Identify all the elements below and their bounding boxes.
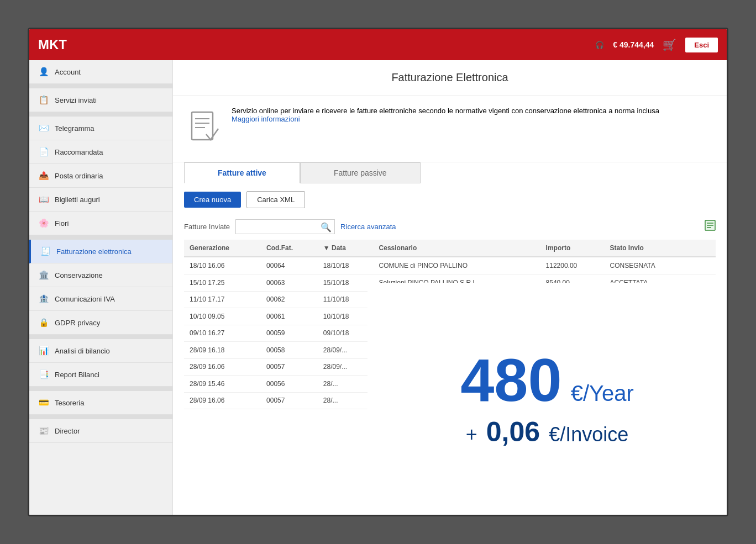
cell-cod: 00062 [261, 291, 318, 308]
col-stato: Stato Invio [604, 240, 716, 257]
cell-data: 28/09/... [318, 358, 374, 376]
comunicazioni-icon: 🏦 [38, 294, 49, 304]
sidebar-item-biglietti-auguri[interactable]: 📖 Biglietti auguri [29, 188, 172, 212]
service-info: Servizio online per inviare e ricevere l… [173, 96, 727, 162]
cell-cod: 00056 [261, 376, 318, 393]
main-layout: 👤 Account 📋 Servizi inviati ✉️ Telegramm… [29, 60, 727, 515]
conservazione-icon: 🏛️ [38, 270, 49, 280]
sidebar-label-tesoreria: Tesoreria [55, 399, 84, 407]
service-description: Servizio online per inviare e ricevere l… [232, 107, 659, 123]
pricing-per-invoice: €/Invoice [549, 423, 628, 446]
balance: € 49.744,44 [613, 40, 654, 49]
cell-generazione: 28/09 16.06 [184, 392, 261, 409]
sidebar-item-raccomandata[interactable]: 📄 Raccomandata [29, 140, 172, 164]
svg-rect-0 [192, 112, 213, 140]
sidebar-item-servizi-inviati[interactable]: 📋 Servizi inviati [29, 88, 172, 112]
sidebar-item-fiori[interactable]: 🌸 Fiori [29, 212, 172, 235]
cell-data: 09/10/18 [318, 325, 374, 342]
sidebar-item-tesoreria[interactable]: 💳 Tesoreria [29, 391, 172, 415]
cell-data: 28/09/... [318, 342, 374, 359]
header: MKT 🎧 € 49.744,44 🛒 Esci [29, 29, 727, 60]
sidebar-label-raccomandata: Raccomandata [55, 148, 103, 156]
cell-data: 28/... [318, 392, 374, 409]
sidebar-label-telegramma: Telegramma [55, 124, 95, 133]
cell-generazione: 11/10 17.17 [184, 291, 261, 308]
cell-cod: 00064 [261, 257, 318, 274]
sidebar-label-report: Report Bilanci [55, 371, 99, 379]
raccomandata-icon: 📄 [38, 147, 49, 157]
search-button[interactable]: 🔍 [321, 221, 332, 232]
table-header: Generazione Cod.Fat. ▼ Data Cessionario … [184, 240, 716, 257]
invoice-service-icon [190, 111, 221, 151]
col-data: ▼ Data [318, 240, 374, 257]
pricing-per-invoice-amount: 0,06 [486, 416, 540, 448]
director-icon: 📰 [38, 426, 49, 436]
advanced-search-link[interactable]: Ricerca avanzata [340, 223, 396, 231]
sidebar-label-posta: Posta ordinaria [55, 172, 103, 180]
carica-xml-button[interactable]: Carica XML [246, 191, 305, 208]
tab-fatture-attive[interactable]: Fatture attive [184, 162, 300, 183]
tab-fatture-passive[interactable]: Fatture passive [300, 162, 421, 183]
content-area: Fatturazione Elettronica Servizio online… [173, 60, 727, 515]
cell-cod: 00063 [261, 274, 318, 292]
tabs-bar: Fatture attive Fatture passive [184, 162, 716, 183]
account-icon: 👤 [38, 67, 49, 77]
report-icon: 📑 [38, 369, 49, 379]
crea-nuova-button[interactable]: Crea nuova [184, 192, 241, 208]
search-bar: Fatture Inviate 🔍 Ricerca avanzata [173, 216, 727, 240]
search-input-wrap: 🔍 [235, 219, 335, 234]
cell-data: 11/10/18 [318, 291, 374, 308]
search-input[interactable] [235, 219, 335, 234]
pricing-amount: 480 [460, 350, 562, 410]
sidebar-item-director[interactable]: 📰 Director [29, 419, 172, 443]
sidebar-item-posta-ordinaria[interactable]: 📤 Posta ordinaria [29, 164, 172, 188]
sidebar: 👤 Account 📋 Servizi inviati ✉️ Telegramm… [29, 60, 173, 515]
cell-generazione: 18/10 16.06 [184, 257, 261, 274]
biglietti-icon: 📖 [38, 194, 49, 204]
servizi-icon: 📋 [38, 95, 49, 105]
cell-data: 15/10/18 [318, 274, 374, 292]
sidebar-item-analisi-bilancio[interactable]: 📊 Analisi di bilancio [29, 339, 172, 363]
sidebar-item-report-bilanci[interactable]: 📑 Report Bilanci [29, 363, 172, 387]
col-cod: Cod.Fat. [261, 240, 318, 257]
cell-generazione: 09/10 16.27 [184, 325, 261, 342]
sidebar-item-telegramma[interactable]: ✉️ Telegramma [29, 117, 172, 140]
cell-stato: CONSEGNATA [604, 257, 716, 274]
gdpr-icon: 🔒 [38, 318, 49, 328]
support-icon: 🎧 [595, 41, 604, 49]
service-more-link[interactable]: Maggiori informazioni [232, 115, 300, 123]
cell-cessionario: COMUNE di PINCO PALLINO [374, 257, 540, 274]
cell-generazione: 28/09 16.06 [184, 358, 261, 376]
sidebar-label-comunicazioni: Comunicazioni IVA [55, 295, 115, 303]
cell-data: 18/10/18 [318, 257, 374, 274]
cell-importo: 112200.00 [540, 257, 605, 274]
pricing-overlay: 480 €/Year + 0,06 €/Invoice [368, 283, 727, 515]
sidebar-item-account[interactable]: 👤 Account [29, 60, 172, 84]
cell-generazione: 28/09 16.18 [184, 342, 261, 359]
cart-icon[interactable]: 🛒 [663, 38, 676, 51]
cell-data: 10/10/18 [318, 308, 374, 325]
fiori-icon: 🌸 [38, 218, 49, 228]
sidebar-item-comunicazioni-iva[interactable]: 🏦 Comunicazioni IVA [29, 287, 172, 311]
sidebar-label-analisi: Analisi di bilancio [55, 347, 110, 355]
cell-data: 28/... [318, 376, 374, 393]
cell-generazione: 28/09 15.46 [184, 376, 261, 393]
sidebar-item-gdpr[interactable]: 🔒 GDPR privacy [29, 311, 172, 335]
pricing-line1: 480 €/Year [460, 350, 634, 410]
support-area: 🎧 [595, 41, 604, 49]
cell-cod: 00061 [261, 308, 318, 325]
exit-button[interactable]: Esci [685, 38, 718, 52]
analisi-icon: 📊 [38, 346, 49, 356]
sidebar-item-conservazione[interactable]: 🏛️ Conservazione [29, 263, 172, 287]
cell-generazione: 10/10 09.05 [184, 308, 261, 325]
sidebar-label-fiori: Fiori [55, 219, 69, 228]
toolbar: Crea nuova Carica XML [173, 183, 727, 216]
tesoreria-icon: 💳 [38, 398, 49, 408]
sidebar-label-gdpr: GDPR privacy [55, 319, 100, 327]
sidebar-label-fatturazione: Fatturazione elettronica [56, 247, 132, 256]
telegramma-icon: ✉️ [38, 123, 49, 133]
cell-cod: 00058 [261, 342, 318, 359]
sidebar-label-servizi: Servizi inviati [55, 96, 97, 104]
export-icon[interactable] [705, 220, 716, 234]
sidebar-item-fatturazione[interactable]: 🧾 Fatturazione elettronica [29, 240, 172, 263]
